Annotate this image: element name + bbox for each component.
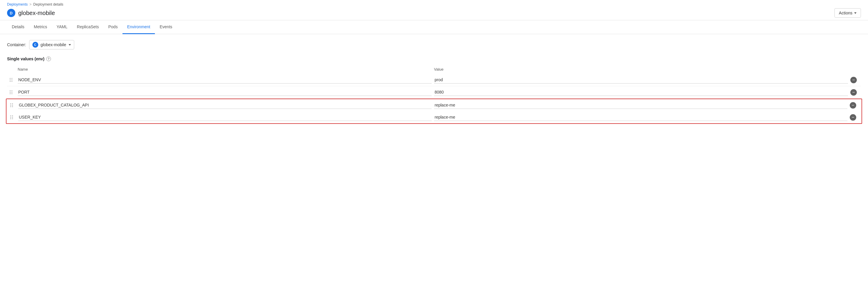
- page-title-group: D globex-mobile: [7, 9, 55, 17]
- env-table: Name Value −−−−: [7, 66, 861, 124]
- env-value-input[interactable]: [434, 89, 848, 96]
- page-header-row: D globex-mobile Actions: [7, 8, 861, 20]
- env-name-input[interactable]: [18, 114, 432, 121]
- env-value-input[interactable]: [434, 114, 847, 121]
- container-chevron-icon: [69, 44, 71, 45]
- remove-env-button[interactable]: −: [850, 89, 857, 96]
- table-row: −: [7, 74, 861, 86]
- section-title: Single values (env) ?: [7, 57, 861, 61]
- deployment-icon: D: [7, 9, 15, 17]
- tab-pods[interactable]: Pods: [104, 20, 123, 34]
- breadcrumb-current: Deployment details: [33, 2, 63, 6]
- env-name-input[interactable]: [18, 89, 432, 96]
- env-name-input[interactable]: [18, 76, 432, 84]
- tabs-row: DetailsMetricsYAMLReplicaSetsPodsEnviron…: [0, 20, 868, 34]
- drag-handle-icon[interactable]: [8, 115, 16, 119]
- highlighted-env-group: −−: [6, 99, 862, 124]
- breadcrumb: Deployments > Deployment details: [7, 2, 861, 6]
- container-name: globex-mobile: [41, 42, 66, 47]
- table-row: −: [7, 86, 861, 99]
- breadcrumb-separator: >: [29, 2, 31, 6]
- container-icon: C: [32, 42, 38, 48]
- chevron-down-icon: [854, 12, 857, 14]
- container-label: Container:: [7, 42, 26, 47]
- tab-details[interactable]: Details: [7, 20, 29, 34]
- container-selector-row: Container: C globex-mobile: [7, 40, 861, 50]
- remove-env-button[interactable]: −: [850, 77, 857, 83]
- env-name-input[interactable]: [18, 101, 432, 109]
- single-values-section: Single values (env) ? Name Value −−−−: [7, 57, 861, 124]
- table-row: −: [6, 111, 862, 123]
- actions-label: Actions: [839, 10, 852, 15]
- drag-handle-icon[interactable]: [7, 90, 15, 94]
- remove-env-button[interactable]: −: [850, 114, 856, 121]
- table-row: −: [6, 99, 862, 111]
- container-dropdown[interactable]: C globex-mobile: [29, 40, 74, 50]
- drag-handle-icon[interactable]: [7, 78, 15, 82]
- remove-env-button[interactable]: −: [850, 102, 856, 108]
- tab-replicasets[interactable]: ReplicaSets: [72, 20, 104, 34]
- tab-metrics[interactable]: Metrics: [29, 20, 52, 34]
- env-value-input[interactable]: [434, 101, 847, 109]
- drag-handle-icon[interactable]: [8, 103, 16, 107]
- help-icon[interactable]: ?: [46, 57, 51, 61]
- content-area: Container: C globex-mobile Single values…: [0, 34, 868, 130]
- env-value-input[interactable]: [434, 76, 848, 84]
- top-bar: Deployments > Deployment details D globe…: [0, 0, 868, 20]
- actions-button[interactable]: Actions: [834, 8, 861, 18]
- tab-yaml[interactable]: YAML: [52, 20, 72, 34]
- tab-environment[interactable]: Environment: [123, 20, 155, 34]
- col-value-header: Value: [434, 67, 848, 71]
- breadcrumb-parent[interactable]: Deployments: [7, 2, 28, 6]
- col-name-header: Name: [18, 67, 432, 71]
- page-title: globex-mobile: [18, 10, 55, 17]
- env-table-header: Name Value: [7, 66, 861, 74]
- tab-events[interactable]: Events: [155, 20, 177, 34]
